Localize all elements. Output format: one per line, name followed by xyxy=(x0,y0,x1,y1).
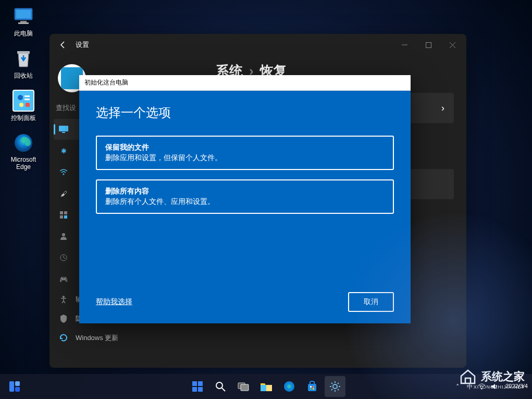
svg-rect-21 xyxy=(64,215,67,219)
desktop-icon-this-pc[interactable]: 此电脑 xyxy=(5,5,42,38)
dialog-heading: 选择一个选项 xyxy=(96,104,394,121)
svg-rect-32 xyxy=(192,387,197,392)
shield-icon xyxy=(59,314,68,323)
svg-rect-6 xyxy=(24,95,30,97)
maximize-button[interactable] xyxy=(416,34,440,56)
close-button[interactable] xyxy=(440,34,464,56)
window-titlebar[interactable]: 设置 xyxy=(50,34,466,56)
settings-title: 设置 xyxy=(76,40,89,50)
svg-rect-2 xyxy=(20,21,27,22)
file-explorer-button[interactable] xyxy=(256,376,277,397)
svg-rect-31 xyxy=(198,381,203,386)
svg-rect-41 xyxy=(308,384,316,391)
desktop-icon-recycle-bin[interactable]: 回收站 xyxy=(5,47,42,80)
svg-point-24 xyxy=(63,296,65,298)
svg-line-51 xyxy=(331,383,332,384)
taskbar: ˄ 中 2022/3/4 xyxy=(0,374,532,399)
settings-taskbar-button[interactable] xyxy=(325,376,345,397)
svg-line-53 xyxy=(331,389,332,390)
svg-rect-39 xyxy=(261,385,266,391)
svg-rect-9 xyxy=(26,103,30,107)
ime-icon[interactable]: 中 xyxy=(467,383,473,391)
svg-point-22 xyxy=(62,233,65,236)
volume-tray-icon[interactable] xyxy=(491,383,498,390)
svg-rect-1 xyxy=(16,10,31,18)
svg-rect-4 xyxy=(17,51,30,54)
desktop-icons: 此电脑 回收站 控制面板 Microsoft Edge xyxy=(5,5,42,171)
svg-point-34 xyxy=(216,382,222,389)
svg-point-17 xyxy=(63,174,65,175)
back-button[interactable] xyxy=(55,37,71,53)
pc-icon xyxy=(13,5,34,27)
svg-rect-44 xyxy=(310,388,312,390)
desktop-icon-control-panel[interactable]: 控制面板 xyxy=(5,90,42,123)
option-keep-files[interactable]: 保留我的文件 删除应用和设置，但保留个人文件。 xyxy=(96,136,394,170)
recycle-bin-icon xyxy=(13,47,34,69)
option-remove-everything[interactable]: 删除所有内容 删除所有个人文件、应用和设置。 xyxy=(96,179,394,214)
svg-line-52 xyxy=(338,389,339,390)
wifi-icon xyxy=(59,167,68,177)
option-title: 保留我的文件 xyxy=(105,143,385,152)
svg-rect-45 xyxy=(313,388,314,390)
svg-rect-27 xyxy=(9,381,14,392)
nav-windows-update[interactable]: Windows 更新 xyxy=(54,329,199,347)
help-link[interactable]: 帮助我选择 xyxy=(96,297,132,307)
icon-label: 控制面板 xyxy=(11,114,36,123)
control-panel-icon xyxy=(13,90,34,112)
clock[interactable]: 2022/3/4 xyxy=(505,383,528,390)
bluetooth-icon: ✱ xyxy=(59,146,68,155)
edge-taskbar-button[interactable] xyxy=(279,376,300,397)
icon-label: 此电脑 xyxy=(14,29,33,38)
start-button[interactable] xyxy=(187,376,208,397)
store-button[interactable] xyxy=(302,376,323,397)
option-title: 删除所有内容 xyxy=(105,187,385,196)
dialog-titlebar[interactable]: 初始化这台电脑 xyxy=(79,75,411,91)
svg-rect-43 xyxy=(313,386,314,388)
svg-point-8 xyxy=(19,103,23,107)
svg-line-35 xyxy=(222,388,225,391)
svg-rect-3 xyxy=(18,22,29,24)
svg-point-55 xyxy=(481,388,482,390)
option-desc: 删除应用和设置，但保留个人文件。 xyxy=(105,153,385,163)
tray-chevron-icon[interactable]: ˄ xyxy=(456,383,460,391)
display-icon xyxy=(59,125,68,134)
accessibility-icon xyxy=(59,295,68,304)
system-tray[interactable]: ˄ 中 2022/3/4 xyxy=(456,383,528,391)
svg-rect-28 xyxy=(15,381,20,386)
svg-rect-18 xyxy=(60,211,63,214)
person-icon xyxy=(59,232,68,241)
icon-label: Microsoft Edge xyxy=(5,156,42,171)
update-icon xyxy=(59,333,68,343)
clock-icon xyxy=(59,253,68,262)
desktop-icon-edge[interactable]: Microsoft Edge xyxy=(5,132,42,171)
brush-icon: 🖌 xyxy=(59,189,68,198)
svg-rect-30 xyxy=(192,381,197,386)
svg-line-54 xyxy=(338,383,339,384)
svg-rect-20 xyxy=(60,215,63,219)
svg-rect-15 xyxy=(59,126,68,131)
option-desc: 删除所有个人文件、应用和设置。 xyxy=(105,197,385,207)
svg-rect-12 xyxy=(426,42,431,47)
edge-icon xyxy=(13,132,34,154)
apps-icon xyxy=(59,210,68,220)
svg-rect-19 xyxy=(64,211,67,214)
svg-point-5 xyxy=(18,95,23,100)
taskbar-center xyxy=(187,376,345,397)
svg-rect-16 xyxy=(62,132,65,133)
svg-point-40 xyxy=(284,381,294,392)
task-view-button[interactable] xyxy=(233,376,254,397)
gamepad-icon: 🎮 xyxy=(59,274,68,284)
reset-pc-dialog: 初始化这台电脑 选择一个选项 保留我的文件 删除应用和设置，但保留个人文件。 删… xyxy=(79,75,411,323)
svg-rect-29 xyxy=(15,387,20,392)
svg-rect-7 xyxy=(24,99,30,100)
minimize-button[interactable] xyxy=(392,34,416,56)
widgets-button[interactable] xyxy=(4,376,25,397)
cancel-button[interactable]: 取消 xyxy=(348,292,394,312)
chevron-right-icon: › xyxy=(441,103,444,114)
network-tray-icon[interactable] xyxy=(478,383,486,390)
search-button[interactable] xyxy=(210,376,231,397)
svg-rect-33 xyxy=(198,387,203,392)
svg-rect-42 xyxy=(310,386,312,388)
svg-rect-37 xyxy=(241,384,249,391)
icon-label: 回收站 xyxy=(14,71,33,80)
